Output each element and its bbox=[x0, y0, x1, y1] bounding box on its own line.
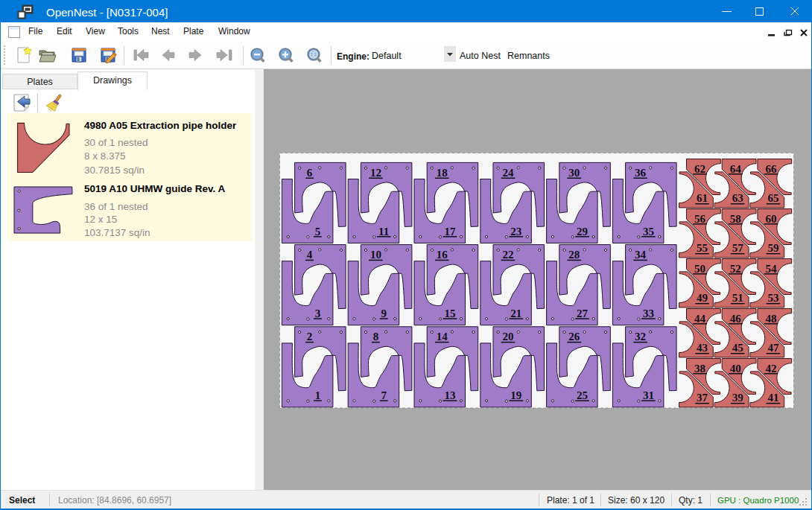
svg-text:2: 2 bbox=[307, 331, 313, 342]
svg-text:7: 7 bbox=[381, 389, 387, 401]
svg-text:20: 20 bbox=[503, 331, 514, 342]
svg-text:62: 62 bbox=[694, 163, 705, 175]
svg-text:18: 18 bbox=[437, 167, 448, 179]
svg-text:26: 26 bbox=[568, 331, 580, 342]
svg-text:52: 52 bbox=[730, 263, 741, 275]
svg-text:59: 59 bbox=[767, 242, 778, 254]
svg-text:58: 58 bbox=[730, 213, 741, 225]
svg-text:15: 15 bbox=[445, 307, 456, 319]
svg-text:36: 36 bbox=[635, 167, 647, 179]
svg-text:65: 65 bbox=[767, 192, 778, 204]
svg-text:47: 47 bbox=[767, 342, 779, 354]
svg-text:5: 5 bbox=[315, 226, 321, 238]
svg-text:25: 25 bbox=[577, 389, 588, 401]
svg-text:45: 45 bbox=[732, 342, 743, 354]
svg-text:1: 1 bbox=[315, 389, 321, 401]
svg-text:13: 13 bbox=[445, 389, 456, 401]
svg-text:4: 4 bbox=[307, 249, 313, 261]
svg-text:41: 41 bbox=[767, 392, 778, 404]
svg-text:57: 57 bbox=[732, 242, 744, 254]
svg-text:64: 64 bbox=[730, 163, 742, 175]
svg-text:53: 53 bbox=[767, 292, 778, 304]
svg-text:12: 12 bbox=[370, 167, 381, 179]
svg-text:17: 17 bbox=[445, 226, 457, 238]
svg-text:56: 56 bbox=[694, 213, 706, 225]
svg-text:31: 31 bbox=[643, 389, 654, 401]
svg-text:39: 39 bbox=[732, 392, 743, 404]
svg-text:66: 66 bbox=[765, 163, 777, 175]
svg-text:46: 46 bbox=[730, 313, 742, 325]
svg-text:37: 37 bbox=[697, 392, 708, 404]
svg-text:48: 48 bbox=[765, 313, 776, 325]
svg-text:10: 10 bbox=[370, 249, 381, 261]
svg-text:63: 63 bbox=[732, 192, 743, 204]
svg-text:16: 16 bbox=[437, 249, 448, 261]
svg-text:27: 27 bbox=[577, 307, 589, 319]
svg-text:32: 32 bbox=[635, 331, 646, 342]
svg-text:50: 50 bbox=[694, 263, 705, 275]
svg-text:28: 28 bbox=[568, 249, 580, 261]
svg-text:21: 21 bbox=[510, 307, 521, 319]
svg-text:9: 9 bbox=[381, 307, 387, 319]
svg-text:24: 24 bbox=[503, 167, 515, 179]
svg-text:54: 54 bbox=[765, 263, 777, 275]
svg-text:8: 8 bbox=[373, 331, 379, 342]
svg-text:34: 34 bbox=[635, 249, 647, 261]
svg-text:38: 38 bbox=[694, 363, 705, 374]
svg-text:29: 29 bbox=[577, 226, 588, 238]
svg-text:33: 33 bbox=[643, 307, 654, 319]
svg-text:11: 11 bbox=[378, 226, 389, 238]
svg-text:3: 3 bbox=[315, 307, 321, 319]
svg-text:22: 22 bbox=[503, 249, 514, 261]
svg-text:35: 35 bbox=[643, 226, 654, 238]
svg-text:60: 60 bbox=[765, 213, 776, 225]
svg-text:44: 44 bbox=[694, 313, 706, 325]
svg-text:19: 19 bbox=[510, 389, 521, 401]
svg-text:51: 51 bbox=[732, 292, 743, 304]
svg-text:43: 43 bbox=[697, 342, 708, 354]
svg-text:55: 55 bbox=[697, 242, 708, 254]
svg-text:30: 30 bbox=[568, 167, 580, 179]
svg-text:23: 23 bbox=[510, 226, 521, 238]
svg-text:6: 6 bbox=[307, 167, 313, 179]
svg-text:40: 40 bbox=[730, 363, 741, 374]
svg-text:49: 49 bbox=[697, 292, 708, 304]
svg-text:61: 61 bbox=[697, 192, 708, 204]
svg-text:42: 42 bbox=[765, 363, 776, 374]
svg-text:14: 14 bbox=[437, 331, 448, 342]
